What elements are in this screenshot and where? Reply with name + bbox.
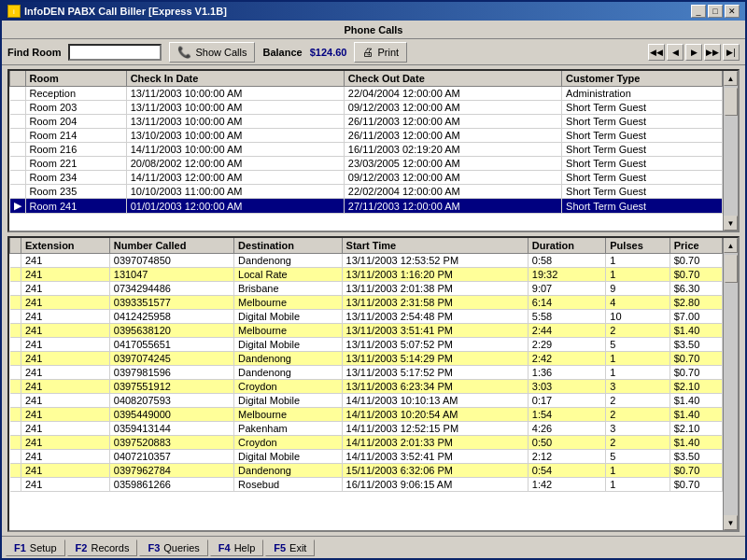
table-row[interactable]: 2410734294486Brisbane13/11/2003 2:01:38 … bbox=[10, 282, 723, 296]
table-row[interactable]: 2410397074850Dandenong13/11/2003 12:53:5… bbox=[10, 254, 723, 268]
row-indicator bbox=[10, 254, 21, 268]
table-row[interactable]: Room 20413/11/2003 10:00:00 AM26/11/2003… bbox=[10, 115, 723, 129]
records-button[interactable]: F2 Records bbox=[67, 539, 138, 556]
table-row[interactable]: 2410397981596Dandenong13/11/2003 5:17:52… bbox=[10, 366, 723, 380]
row-indicator bbox=[10, 87, 26, 101]
window-title: InfoDEN PABX Call Biller [Express V1.1B] bbox=[24, 6, 227, 17]
nav-new-button[interactable]: ▶| bbox=[723, 44, 740, 61]
table-cell: $3.50 bbox=[669, 338, 722, 352]
table-row[interactable]: ▶Room 24101/01/2003 12:00:00 AM27/11/200… bbox=[10, 199, 723, 214]
row-indicator bbox=[10, 408, 21, 422]
room-col-checkout[interactable]: Check Out Date bbox=[344, 71, 561, 87]
table-cell: 1 bbox=[606, 268, 669, 282]
table-cell: Dandenong bbox=[234, 352, 342, 366]
table-row[interactable]: Room 21413/10/2003 10:00:00 AM26/11/2003… bbox=[10, 129, 723, 143]
table-cell: Digital Mobile bbox=[234, 338, 342, 352]
table-cell: Melbourne bbox=[234, 296, 342, 310]
show-calls-button[interactable]: 📞 Show Calls bbox=[169, 42, 255, 63]
table-cell: 13/11/2003 5:17:52 PM bbox=[342, 366, 528, 380]
help-button[interactable]: F4 Help bbox=[210, 539, 263, 556]
table-cell: Short Term Guest bbox=[562, 199, 723, 214]
table-row[interactable]: Room 21614/11/2003 10:00:00 AM16/11/2003… bbox=[10, 143, 723, 157]
table-cell: 14/11/2003 12:00:00 AM bbox=[126, 171, 344, 185]
main-window: i InfoDEN PABX Call Biller [Express V1.1… bbox=[0, 0, 747, 560]
table-row[interactable]: Room 23510/10/2003 11:00:00 AM22/02/2004… bbox=[10, 185, 723, 199]
table-row[interactable]: 2410397520883Croydon14/11/2003 2:01:33 P… bbox=[10, 436, 723, 450]
table-cell: 2:29 bbox=[528, 338, 605, 352]
room-scroll-up[interactable]: ▲ bbox=[724, 71, 738, 86]
records-key: F2 bbox=[76, 542, 88, 553]
room-scroll-thumb[interactable] bbox=[725, 88, 738, 116]
table-cell: 241 bbox=[21, 282, 110, 296]
nav-next-button[interactable]: ▶ bbox=[685, 44, 702, 61]
table-row[interactable]: 2410395449000Melbourne14/11/2003 10:20:5… bbox=[10, 408, 723, 422]
room-col-checkin[interactable]: Check In Date bbox=[126, 71, 344, 87]
table-cell: 5 bbox=[606, 338, 669, 352]
table-row[interactable]: Room 23414/11/2003 12:00:00 AM09/12/2003… bbox=[10, 171, 723, 185]
find-room-input[interactable] bbox=[68, 44, 162, 61]
table-row[interactable]: 2410412425958Digital Mobile13/11/2003 2:… bbox=[10, 310, 723, 324]
row-indicator bbox=[10, 450, 21, 464]
setup-button[interactable]: F1 Setup bbox=[6, 539, 65, 556]
calls-col-starttime[interactable]: Start Time bbox=[342, 238, 528, 254]
table-row[interactable]: 2410397074245Dandenong13/11/2003 5:14:29… bbox=[10, 352, 723, 366]
calls-col-number[interactable]: Number Called bbox=[109, 238, 233, 254]
table-row[interactable]: 2410393351577Melbourne13/11/2003 2:31:58… bbox=[10, 296, 723, 310]
table-cell: Room 214 bbox=[25, 129, 126, 143]
nav-last-button[interactable]: ▶▶ bbox=[704, 44, 721, 61]
table-row[interactable]: 2410397962784Dandenong15/11/2003 6:32:06… bbox=[10, 464, 723, 478]
print-button[interactable]: 🖨 Print bbox=[354, 42, 407, 63]
room-scroll-down[interactable]: ▼ bbox=[724, 216, 738, 231]
calls-col-pulses[interactable]: Pulses bbox=[606, 238, 669, 254]
table-row[interactable]: 2410359861266Rosebud16/11/2003 9:06:15 A… bbox=[10, 478, 723, 492]
table-cell: 241 bbox=[21, 338, 110, 352]
table-cell: Rosebud bbox=[234, 478, 342, 492]
table-cell: Digital Mobile bbox=[234, 394, 342, 408]
table-row[interactable]: Room 20313/11/2003 10:00:00 AM09/12/2003… bbox=[10, 101, 723, 115]
row-indicator bbox=[10, 394, 21, 408]
table-cell: Pakenham bbox=[234, 422, 342, 436]
row-indicator bbox=[10, 338, 21, 352]
printer-icon: 🖨 bbox=[362, 46, 374, 59]
exit-button[interactable]: F5 Exit bbox=[265, 539, 315, 556]
row-indicator bbox=[10, 157, 26, 171]
table-cell: 13/11/2003 5:14:29 PM bbox=[342, 352, 528, 366]
table-row[interactable]: 2410395638120Melbourne13/11/2003 3:51:41… bbox=[10, 324, 723, 338]
queries-button[interactable]: F3 Queries bbox=[139, 539, 207, 556]
calls-scroll-down[interactable]: ▼ bbox=[724, 515, 738, 530]
table-cell: 13/11/2003 10:00:00 AM bbox=[126, 87, 344, 101]
table-cell: 241 bbox=[21, 436, 110, 450]
calls-scrollbar[interactable]: ▲ ▼ bbox=[723, 238, 738, 530]
calls-scroll-thumb[interactable] bbox=[725, 255, 738, 283]
maximize-button[interactable]: □ bbox=[708, 5, 723, 18]
close-button[interactable]: ✕ bbox=[725, 5, 740, 18]
room-scrollbar[interactable]: ▲ ▼ bbox=[723, 71, 738, 231]
table-cell: Brisbane bbox=[234, 282, 342, 296]
calls-col-destination[interactable]: Destination bbox=[234, 238, 342, 254]
table-cell: Croydon bbox=[234, 380, 342, 394]
calls-scroll-up[interactable]: ▲ bbox=[724, 238, 738, 253]
table-row[interactable]: 2410408207593Digital Mobile14/11/2003 10… bbox=[10, 394, 723, 408]
title-bar: i InfoDEN PABX Call Biller [Express V1.1… bbox=[2, 2, 745, 21]
table-row[interactable]: 2410417055651Digital Mobile13/11/2003 5:… bbox=[10, 338, 723, 352]
table-cell: 241 bbox=[21, 380, 110, 394]
nav-first-button[interactable]: ◀◀ bbox=[648, 44, 665, 61]
room-col-room[interactable]: Room bbox=[25, 71, 126, 87]
table-cell: 0407210357 bbox=[109, 450, 233, 464]
table-cell: Digital Mobile bbox=[234, 310, 342, 324]
calls-col-extension[interactable]: Extension bbox=[21, 238, 110, 254]
table-row[interactable]: 241131047Local Rate13/11/2003 1:16:20 PM… bbox=[10, 268, 723, 282]
table-cell: 27/11/2003 12:00:00 AM bbox=[344, 199, 561, 214]
table-cell: 3 bbox=[606, 422, 669, 436]
table-row[interactable]: Room 22120/08/2002 12:00:00 AM23/03/2005… bbox=[10, 157, 723, 171]
calls-col-price[interactable]: Price bbox=[669, 238, 722, 254]
calls-col-duration[interactable]: Duration bbox=[528, 238, 605, 254]
table-row[interactable]: 2410359413144Pakenham14/11/2003 12:52:15… bbox=[10, 422, 723, 436]
room-col-customer[interactable]: Customer Type bbox=[562, 71, 723, 87]
table-cell: 5 bbox=[606, 450, 669, 464]
minimize-button[interactable]: _ bbox=[691, 5, 706, 18]
table-row[interactable]: Reception13/11/2003 10:00:00 AM22/04/200… bbox=[10, 87, 723, 101]
nav-prev-button[interactable]: ◀ bbox=[667, 44, 684, 61]
table-row[interactable]: 2410397551912Croydon13/11/2003 6:23:34 P… bbox=[10, 380, 723, 394]
table-row[interactable]: 2410407210357Digital Mobile14/11/2003 3:… bbox=[10, 450, 723, 464]
